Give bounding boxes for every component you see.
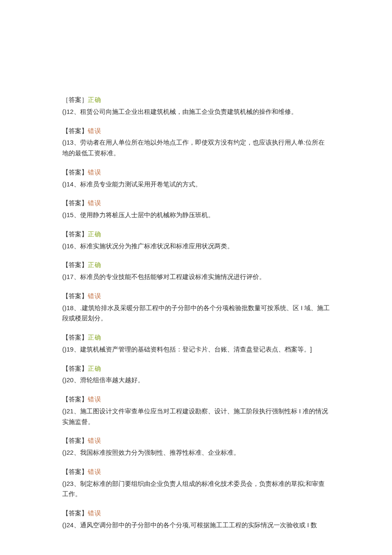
qa-block: 【答案】错误()18、.建筑给排水及采暖分部工程中的子分部中的各个分项检验批数量…	[62, 291, 330, 324]
answer-line: ［答案］正确	[62, 95, 330, 105]
answer-value-correct: 正确	[88, 334, 101, 341]
question-text: ()22、我国标准按照效力分为强制性、推荐性标准、企业标准。	[62, 447, 330, 458]
qa-block: 【答案】错误()24、通风空调分部中的子分部中的各个分项,可根据施工工工程的实际…	[62, 508, 330, 531]
question-text: ()16、标准实施状况分为推广标准状况和标准应用状况两类。	[62, 241, 330, 252]
answer-line: 【答案】正确	[62, 332, 330, 343]
answer-label: 【答案】	[62, 169, 88, 176]
answer-label: 【答案】	[62, 365, 88, 372]
answer-value-correct: 正确	[88, 96, 101, 103]
answer-value-wrong: 错误	[88, 199, 101, 206]
answer-line: 【答案】错误	[62, 126, 330, 137]
question-text: ()20、滑轮组倍率越大越好。	[62, 375, 330, 386]
qa-block: 【答案】正确()16、标准实施状况分为推广标准状况和标准应用状况两类。	[62, 229, 330, 252]
answer-line: 【答案】错误	[62, 508, 330, 519]
answer-label: 【答案】	[62, 261, 88, 268]
question-text: ()13、劳动者在用人单位所在地以外地点工作，即使双方没有约定，也应该执行用人单…	[62, 137, 330, 159]
qa-block: 【答案】正确()19、建筑机械资产管理的基础资料包括：登记卡片、台账、清查盘登记…	[62, 332, 330, 355]
answer-label: 【答案】	[62, 292, 88, 299]
answer-value-correct: 正确	[88, 365, 101, 372]
question-text: ()18、.建筑给排水及采暖分部工程中的子分部中的各个分项检验批数量可按系统、区…	[62, 303, 330, 324]
qa-block: 【答案】错误()22、我国标准按照效力分为强制性、推荐性标准、企业标准。	[62, 436, 330, 458]
qa-block: 【答案】错误()23、制定标准的部门要组织由企业负责人组成的标准化技术委员会，负…	[62, 467, 330, 500]
answer-value-wrong: 错误	[88, 169, 101, 176]
answer-label: 【答案】	[62, 509, 88, 517]
answer-line: 【答案】错误	[62, 436, 330, 446]
qa-block: 【答案】错误()15、使用静力将桩压人士层中的机械称为静压班机。	[62, 198, 330, 221]
answer-value-correct: 正确	[88, 230, 101, 238]
answer-line: 【答案】错误	[62, 198, 330, 209]
answer-line: 【答案】正确	[62, 229, 330, 240]
answer-label: 【答案】	[62, 334, 88, 341]
question-text: ()19、建筑机械资产管理的基础资料包括：登记卡片、台账、清查盘登记表点、档案等…	[62, 344, 330, 355]
answer-value-wrong: 错误	[88, 395, 101, 403]
qa-block: 【答案】正确()17、标准员的专业技能不包括能够对工程建设标准实施情况进行评价。	[62, 260, 330, 282]
question-text: ()17、标准员的专业技能不包括能够对工程建设标准实施情况进行评价。	[62, 272, 330, 282]
answer-label: 【答案】	[62, 199, 88, 206]
question-text: ()21、施工图设计文件审查单位应当对工程建设勘察、设计、施工阶段执行强制性标 …	[62, 406, 330, 427]
answer-label: 【答案】	[62, 437, 88, 444]
answer-value-wrong: 错误	[88, 468, 101, 475]
question-text: ()23、制定标准的部门要组织由企业负责人组成的标准化技术委员会，负责标准的草拟…	[62, 479, 330, 500]
answer-line: 【答案】错误	[62, 467, 330, 477]
qa-block: 【答案】正确()20、滑轮组倍率越大越好。	[62, 363, 330, 386]
answer-value-wrong: 错误	[88, 437, 101, 444]
question-text: ()15、使用静力将桩压人士层中的机械称为静压班机。	[62, 210, 330, 221]
answer-value-wrong: 错误	[88, 292, 101, 299]
answer-value-wrong: 错误	[88, 127, 101, 134]
answer-line: 【答案】错误	[62, 291, 330, 302]
question-text: ()14、标准员专业能力测试采用开卷笔试的方式。	[62, 179, 330, 190]
question-text: ()24、通风空调分部中的子分部中的各个分项,可根据施工工工程的实际情况一次验收…	[62, 520, 330, 531]
answer-line: 【答案】错误	[62, 167, 330, 178]
answer-label: 【答案】	[62, 127, 88, 134]
answer-line: 【答案】正确	[62, 363, 330, 374]
answer-label: 【答案】	[62, 395, 88, 403]
answer-label: 【答案】	[62, 468, 88, 475]
answer-value-correct: 正确	[88, 261, 101, 268]
answer-label: ［答案］	[62, 96, 88, 103]
qa-block: 【答案】错误()14、标准员专业能力测试采用开卷笔试的方式。	[62, 167, 330, 190]
answer-line: 【答案】正确	[62, 260, 330, 270]
answer-value-wrong: 错误	[88, 509, 101, 517]
qa-block: 【答案】错误()13、劳动者在用人单位所在地以外地点工作，即使双方没有约定，也应…	[62, 126, 330, 159]
answer-label: 【答案】	[62, 230, 88, 238]
question-text: ()12、租赁公司向施工企业出租建筑机械，由施工企业负责建筑机械的操作和维修。	[62, 107, 330, 117]
qa-block: 【答案】错误()21、施工图设计文件审查单位应当对工程建设勘察、设计、施工阶段执…	[62, 394, 330, 427]
qa-block: ［答案］正确()12、租赁公司向施工企业出租建筑机械，由施工企业负责建筑机械的操…	[62, 95, 330, 117]
answer-line: 【答案】错误	[62, 394, 330, 405]
